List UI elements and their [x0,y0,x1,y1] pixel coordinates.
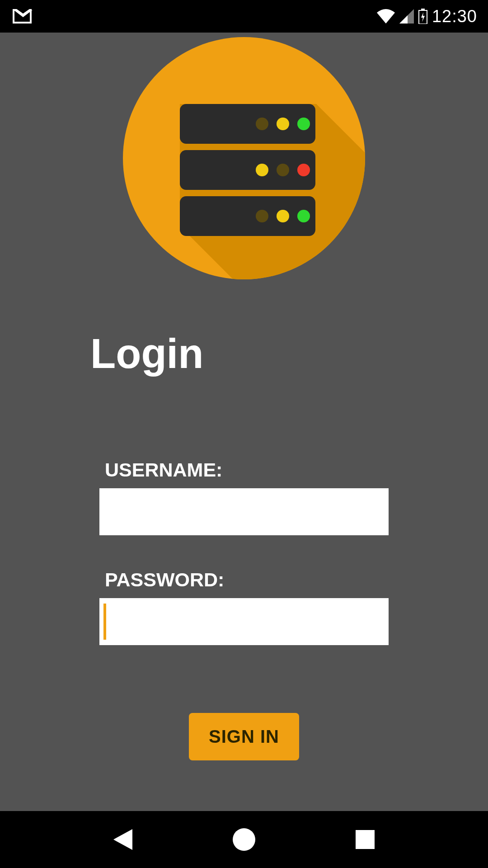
username-field[interactable] [99,488,389,535]
page-title: Login [90,330,203,377]
svg-point-16 [297,210,310,222]
svg-point-7 [277,118,289,130]
svg-rect-13 [180,196,315,236]
username-block: USERNAME: [99,459,389,535]
signin-wrap: SIGN IN [99,713,389,760]
svg-rect-18 [356,830,375,849]
text-caret [103,604,106,640]
password-label: PASSWORD: [105,569,389,591]
nav-bar [0,811,488,868]
svg-point-14 [256,210,268,222]
login-form: USERNAME: PASSWORD: SIGN IN [99,459,389,760]
svg-rect-5 [180,104,315,144]
username-label: USERNAME: [105,459,389,481]
clock-text: 12:30 [432,7,477,26]
status-right: 12:30 [377,7,477,26]
svg-point-11 [277,164,289,176]
back-button[interactable] [113,829,132,850]
svg-point-10 [256,164,268,176]
signin-button[interactable]: SIGN IN [189,713,299,760]
mail-icon [13,9,32,24]
wifi-icon [377,9,395,24]
svg-point-17 [233,828,255,851]
password-block: PASSWORD: [99,569,389,645]
status-bar: 12:30 [0,0,488,33]
battery-charging-icon [418,9,427,24]
recent-apps-button[interactable] [356,830,375,849]
logo [122,36,366,280]
svg-point-8 [297,118,310,130]
server-icon [122,36,366,280]
cell-signal-icon [399,9,414,24]
svg-point-6 [256,118,268,130]
password-field[interactable] [99,598,389,645]
svg-point-15 [277,210,289,222]
svg-point-12 [297,164,310,176]
status-left [13,9,32,24]
app-viewport: Login USERNAME: PASSWORD: SIGN IN [0,33,488,811]
home-button[interactable] [233,828,255,851]
svg-rect-9 [180,150,315,190]
